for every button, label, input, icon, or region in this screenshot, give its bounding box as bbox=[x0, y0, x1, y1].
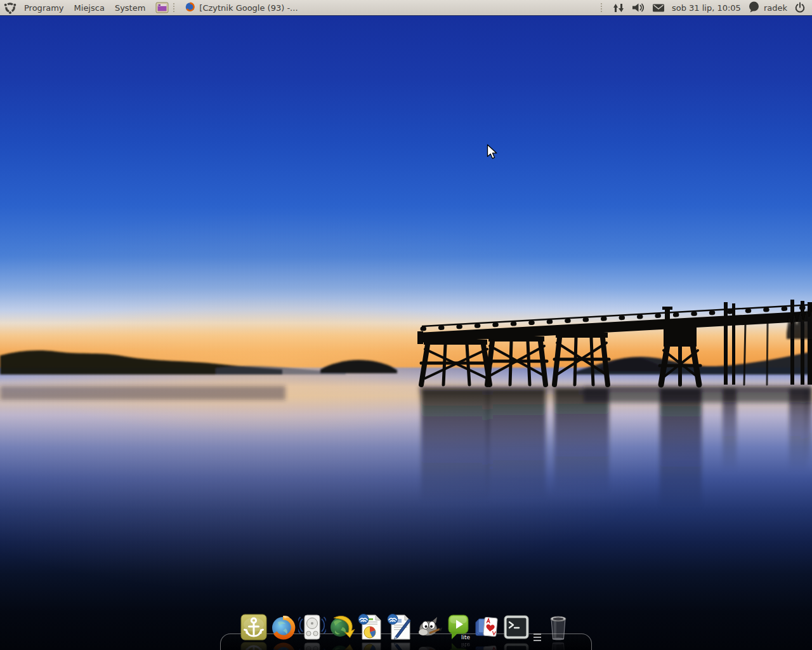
window-title: [Czytnik Google (93) -... bbox=[199, 3, 298, 13]
desktop-wallpaper bbox=[0, 15, 812, 650]
panel-clock[interactable]: sob 31 lip, 10:05 bbox=[672, 3, 741, 13]
solitaire-cards-icon bbox=[473, 613, 501, 641]
gimp-icon bbox=[415, 613, 443, 641]
firefox-icon bbox=[185, 1, 195, 14]
download-globe-icon bbox=[327, 613, 355, 641]
applet-drag-handle[interactable] bbox=[173, 3, 174, 12]
power-icon[interactable] bbox=[794, 2, 806, 13]
trash-icon bbox=[544, 613, 572, 641]
terminal-launcher-icon[interactable] bbox=[155, 1, 169, 14]
dock-item-openoffice-calc[interactable] bbox=[356, 608, 385, 650]
dock-item-terminal[interactable] bbox=[502, 608, 531, 650]
desktop: Programy Miejsca System [Czytnik Google … bbox=[0, 0, 812, 650]
pier-silhouette-scene bbox=[0, 15, 812, 650]
top-panel: Programy Miejsca System [Czytnik Google … bbox=[0, 0, 812, 15]
me-menu[interactable]: radek bbox=[748, 1, 787, 15]
openoffice-writer-icon bbox=[386, 613, 414, 641]
menu-system[interactable]: System bbox=[110, 0, 150, 15]
network-arrows-icon[interactable] bbox=[612, 3, 624, 13]
dock-item-solitaire[interactable] bbox=[473, 608, 502, 650]
menu-miejsca[interactable]: Miejsca bbox=[69, 0, 110, 15]
mouse-cursor bbox=[487, 144, 498, 163]
openoffice-calc-icon bbox=[357, 613, 384, 641]
username-label: radek bbox=[764, 3, 787, 13]
mail-envelope-icon[interactable] bbox=[652, 3, 665, 13]
dock-item-gimp[interactable] bbox=[414, 608, 443, 650]
volume-icon[interactable] bbox=[631, 2, 645, 13]
dock-item-openoffice-writer[interactable] bbox=[385, 608, 414, 650]
firefox-icon bbox=[269, 613, 297, 641]
lite-label: lite bbox=[461, 634, 470, 640]
tray-drag-handle[interactable] bbox=[601, 3, 602, 12]
dock-separator bbox=[531, 608, 544, 650]
dock-item-video-lite[interactable]: lite lite bbox=[443, 608, 473, 650]
panel-indicator-area: sob 31 lip, 10:05 radek bbox=[598, 1, 812, 15]
ubuntu-logo-icon bbox=[4, 1, 16, 14]
menu-programy[interactable]: Programy bbox=[19, 0, 69, 15]
video-player-lite-icon: lite bbox=[444, 613, 472, 641]
dock-item-download-manager[interactable] bbox=[327, 608, 356, 650]
dock-item-trash[interactable] bbox=[544, 608, 573, 650]
dock-item-media-player[interactable] bbox=[298, 608, 327, 650]
dock-item-firefox[interactable] bbox=[268, 608, 298, 650]
media-player-speaker-icon bbox=[298, 613, 326, 641]
dock: lite lite bbox=[239, 608, 573, 650]
docky-anchor-icon bbox=[240, 613, 268, 641]
terminal-icon bbox=[502, 613, 530, 641]
dock-item-docky-anchor[interactable] bbox=[239, 608, 268, 650]
status-bubble-icon bbox=[748, 1, 760, 15]
window-list-item[interactable]: [Czytnik Google (93) -... bbox=[181, 1, 301, 15]
